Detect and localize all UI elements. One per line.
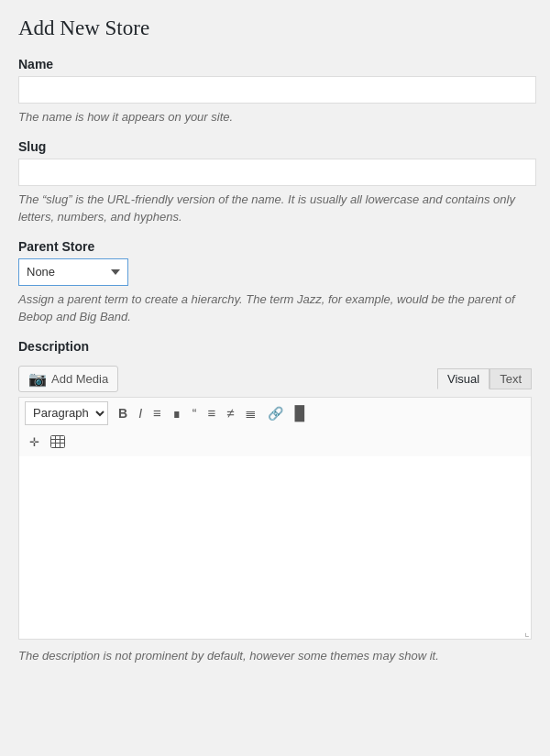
tab-text[interactable]: Text <box>490 368 532 389</box>
name-hint: The name is how it appears on your site. <box>18 108 532 126</box>
align-left-button[interactable]: ≡ <box>203 403 220 422</box>
tab-visual[interactable]: Visual <box>437 368 490 389</box>
parent-store-label: Parent Store <box>18 239 532 254</box>
slug-field-group: Slug The “slug” is the URL-friendly vers… <box>18 139 532 226</box>
add-media-bar: 📷 Add Media Visual Text <box>18 361 532 397</box>
bold-button[interactable]: B <box>114 404 132 422</box>
parent-store-hint: Assign a parent term to create a hierarc… <box>18 290 532 326</box>
blockquote-button[interactable]: “ <box>188 404 202 422</box>
add-media-label: Add Media <box>51 372 108 386</box>
visual-text-tabs: Visual Text <box>437 368 532 389</box>
align-center-button[interactable]: ≠ <box>222 403 238 422</box>
page-title: Add New Store <box>18 16 532 40</box>
description-textarea[interactable] <box>18 456 532 640</box>
name-field-group: Name The name is how it appears on your … <box>18 57 532 126</box>
svg-rect-0 <box>51 435 65 447</box>
description-section: Description 📷 Add Media Visual Text Para… <box>18 339 532 665</box>
name-label: Name <box>18 57 532 71</box>
table-icon <box>50 435 65 448</box>
parent-store-select[interactable]: None <box>18 258 128 286</box>
more-button[interactable]: █ <box>290 403 309 422</box>
format-select[interactable]: Paragraph <box>25 401 108 425</box>
add-media-button[interactable]: 📷 Add Media <box>18 366 118 392</box>
align-right-button[interactable]: ≣ <box>240 403 261 422</box>
add-media-icon: 📷 <box>28 370 47 388</box>
slug-input[interactable] <box>18 159 536 186</box>
editor-wrapper: ⌞ <box>18 456 532 640</box>
name-input[interactable] <box>18 76 536 104</box>
table-button[interactable] <box>46 433 70 453</box>
slug-hint: The “slug” is the URL-friendly version o… <box>18 191 532 226</box>
description-label: Description <box>18 339 532 354</box>
parent-store-field-group: Parent Store None Assign a parent term t… <box>18 239 532 326</box>
expand-button[interactable]: ✛ <box>25 433 44 451</box>
unordered-list-button[interactable]: ≡ <box>148 403 166 422</box>
editor-toolbar-row2: ✛ <box>18 429 532 456</box>
italic-button[interactable]: I <box>134 404 147 422</box>
slug-label: Slug <box>18 139 532 154</box>
description-bottom-hint: The description is not prominent by defa… <box>18 647 532 665</box>
link-button[interactable]: 🔗 <box>263 404 288 422</box>
editor-toolbar-row1: Paragraph B I ≡ ∎ “ ≡ ≠ ≣ 🔗 █ <box>18 397 532 429</box>
ordered-list-button[interactable]: ∎ <box>168 403 186 422</box>
